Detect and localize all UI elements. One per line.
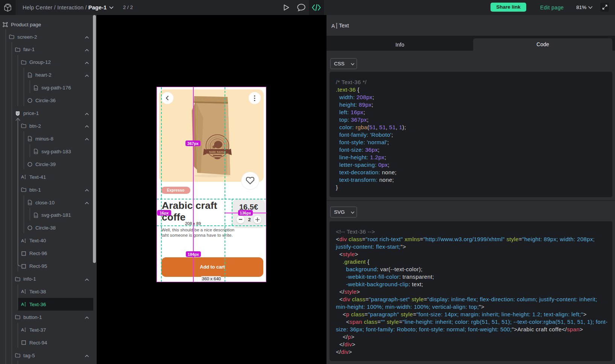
svg-text:A: A [331,23,335,29]
svg-text:A: A [21,174,24,180]
svg-text:A: A [21,302,24,307]
svg-text:A: A [21,289,24,295]
svg-text:NABI NAHUI: NABI NAHUI [209,151,226,153]
svg-text:A: A [21,328,24,333]
svg-text:A: A [21,238,24,243]
